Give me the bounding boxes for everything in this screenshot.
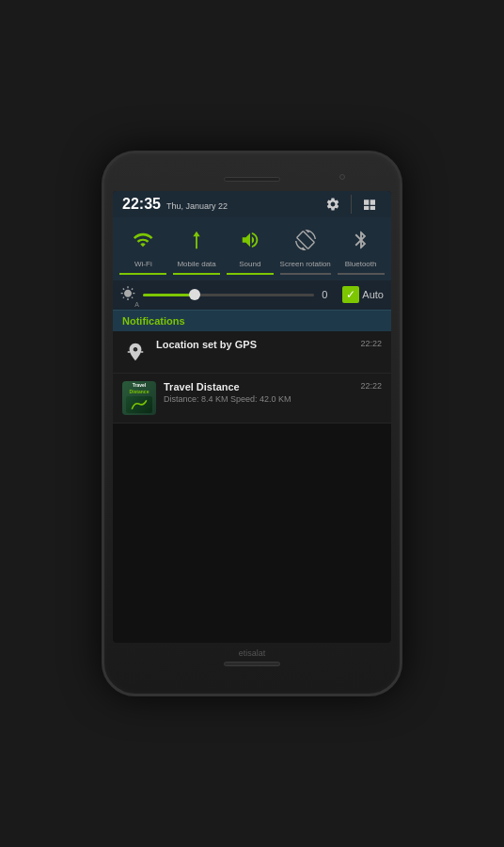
toggle-mobile-data[interactable]: Mobile data (173, 223, 220, 275)
status-bar: 22:35 Thu, January 22 (113, 191, 391, 217)
wifi-icon (126, 223, 160, 257)
toggle-screen-rotation[interactable]: Screen rotation (280, 223, 331, 275)
sound-label: Sound (239, 260, 260, 269)
date: Thu, January 22 (166, 201, 228, 211)
home-button[interactable] (224, 662, 280, 666)
bluetooth-icon (344, 223, 378, 257)
brightness-fill (143, 294, 195, 296)
mobile-data-icon (180, 223, 213, 257)
status-divider (351, 195, 352, 214)
phone-device: 22:35 Thu, January 22 (102, 151, 402, 696)
time-display: 22:35 Thu, January 22 (122, 196, 228, 213)
auto-check-box: ✓ (342, 286, 359, 303)
travel-notif-title: Travel Distance (164, 381, 353, 392)
toggle-bluetooth[interactable]: Bluetooth (338, 223, 385, 275)
bluetooth-underline (338, 273, 385, 275)
quick-toggles-bar: Wi-Fi Mobile data (113, 217, 391, 280)
travel-notif-time: 22:22 (360, 381, 382, 391)
travel-app-icon: Travel Distance (122, 381, 156, 415)
notifications-header: Notifications (113, 310, 391, 331)
mobile-data-label: Mobile data (177, 260, 215, 269)
screen: 22:35 Thu, January 22 (113, 191, 391, 643)
phone-bottom: etisalat (112, 648, 392, 666)
phone-top-bar (112, 170, 392, 187)
gps-notif-content: Location set by GPS (156, 339, 353, 350)
brightness-slider[interactable] (143, 294, 314, 296)
auto-brightness-toggle[interactable]: ✓ Auto (342, 286, 384, 303)
rotation-underline (280, 273, 331, 275)
carrier-label: etisalat (239, 648, 266, 658)
speaker (224, 177, 280, 182)
gps-notif-title: Location set by GPS (156, 339, 353, 350)
gps-notif-time: 22:22 (360, 339, 382, 348)
travel-notif-subtitle: Distance: 8.4 KM Speed: 42.0 KM (164, 394, 353, 404)
gps-notif-icon (122, 339, 149, 365)
brightness-a-label: A (134, 301, 139, 308)
brightness-thumb[interactable] (189, 289, 200, 300)
quick-panel-icon[interactable] (357, 192, 382, 216)
sound-icon (233, 223, 267, 257)
brightness-icon: A (120, 286, 135, 304)
camera (339, 174, 345, 180)
wifi-label: Wi-Fi (134, 260, 152, 269)
travel-notif-content: Travel Distance Distance: 8.4 KM Speed: … (164, 381, 353, 404)
brightness-row: A 0 ✓ Auto (113, 280, 391, 310)
notification-gps[interactable]: Location set by GPS 22:22 (113, 331, 391, 374)
toggle-sound[interactable]: Sound (227, 223, 274, 275)
mobile-data-underline (173, 273, 220, 275)
settings-icon[interactable] (321, 192, 345, 216)
status-icons (321, 192, 382, 216)
notification-travel[interactable]: Travel Distance Travel Distance Distance… (113, 374, 391, 424)
screen-rotation-icon (289, 223, 323, 257)
bluetooth-label: Bluetooth (345, 260, 377, 269)
clock: 22:35 (122, 196, 161, 213)
notifications-title: Notifications (122, 315, 185, 327)
svg-point-0 (134, 347, 137, 350)
travel-icon-bg: Travel Distance (122, 381, 156, 415)
auto-label: Auto (362, 289, 384, 300)
toggle-wifi[interactable]: Wi-Fi (119, 223, 166, 275)
sound-underline (227, 273, 274, 275)
screen-rotation-label: Screen rotation (280, 260, 331, 269)
brightness-value: 0 (322, 289, 335, 300)
wifi-underline (119, 273, 166, 275)
